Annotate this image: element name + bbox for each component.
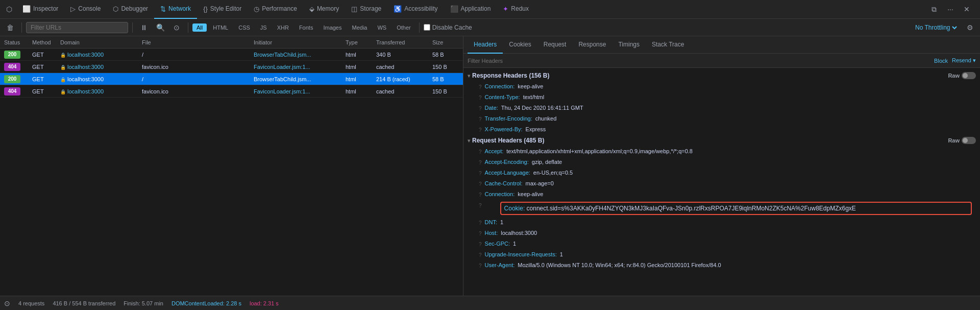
filter-other[interactable]: Other bbox=[393, 23, 415, 32]
tab-style-editor[interactable]: {} Style Editor bbox=[197, 0, 248, 19]
transferred-cell: cached bbox=[374, 64, 430, 70]
header-name: Accept-Language: bbox=[485, 169, 530, 177]
network-toolbar: 🗑 ⏸ 🔍 ⊙ All HTML CSS JS XHR Fonts Images… bbox=[0, 19, 980, 36]
application-icon: ⬛ bbox=[450, 5, 458, 13]
table-row[interactable]: 200 GET 🔒 localhost:3000 / BrowserTabChi… bbox=[0, 49, 463, 61]
tab-redux[interactable]: ✦ Redux bbox=[497, 0, 535, 19]
help-icon[interactable]: ? bbox=[479, 219, 482, 227]
filter-headers-input[interactable] bbox=[468, 58, 934, 64]
tab-memory[interactable]: ⬙ Memory bbox=[303, 0, 345, 19]
tab-request[interactable]: Request bbox=[537, 36, 573, 54]
table-header: Status Method Domain File Initiator Type… bbox=[0, 36, 463, 49]
col-size[interactable]: Size bbox=[430, 39, 461, 45]
help-icon[interactable]: ? bbox=[479, 170, 482, 177]
dom-content-loaded: DOMContentLoaded: 2.28 s bbox=[172, 300, 241, 306]
tab-network[interactable]: ⇅ Network bbox=[154, 0, 197, 19]
response-raw-toggle[interactable] bbox=[962, 72, 976, 79]
disable-cache-label[interactable]: Disable Cache bbox=[424, 24, 472, 31]
clear-requests-icon[interactable]: 🗑 bbox=[3, 20, 17, 35]
lock-icon: 🔒 bbox=[60, 89, 66, 94]
tab-response[interactable]: Response bbox=[572, 36, 612, 54]
main-content: Status Method Domain File Initiator Type… bbox=[0, 36, 980, 296]
tab-timings[interactable]: Timings bbox=[612, 36, 646, 54]
col-transferred[interactable]: Transferred bbox=[374, 39, 430, 45]
filter-css[interactable]: CSS bbox=[234, 23, 254, 32]
help-icon[interactable]: ? bbox=[479, 115, 482, 123]
col-domain[interactable]: Domain bbox=[58, 39, 140, 45]
block-button[interactable]: Block bbox=[934, 58, 948, 64]
help-icon[interactable]: ? bbox=[479, 262, 482, 270]
tab-network-label: Network bbox=[168, 5, 191, 12]
domain-cell: 🔒 localhost:3000 bbox=[58, 52, 140, 58]
help-icon[interactable]: ? bbox=[479, 203, 482, 208]
table-row[interactable]: 404 GET 🔒 localhost:3000 favicon.ico Fav… bbox=[0, 61, 463, 73]
header-name: Accept-Encoding: bbox=[485, 158, 529, 166]
tab-headers[interactable]: Headers bbox=[468, 36, 503, 54]
tab-accessibility[interactable]: ♿ Accessibility bbox=[387, 0, 444, 19]
right-tabs: Headers Cookies Request Response Timings… bbox=[463, 36, 980, 54]
help-icon[interactable]: ? bbox=[479, 251, 482, 259]
filter-media[interactable]: Media bbox=[348, 23, 371, 32]
filter-ws[interactable]: WS bbox=[373, 23, 390, 32]
help-icon[interactable]: ? bbox=[479, 230, 482, 237]
search-icon[interactable]: 🔍 bbox=[153, 20, 167, 35]
help-icon[interactable]: ? bbox=[479, 94, 482, 102]
settings-icon[interactable]: ⚙ bbox=[963, 20, 977, 35]
table-row[interactable]: 404 GET 🔒 localhost:3000 favicon.ico Fav… bbox=[0, 85, 463, 98]
help-icon[interactable]: ? bbox=[479, 159, 482, 166]
header-value: en-US,en;q=0.5 bbox=[533, 169, 573, 177]
filter-headers-bar: Block Resend ▾ bbox=[463, 54, 980, 68]
devtools-icon[interactable]: ⬡ bbox=[2, 2, 16, 16]
filter-fonts[interactable]: Fonts bbox=[295, 23, 317, 32]
disable-cache-checkbox[interactable] bbox=[424, 24, 430, 31]
request-headers-section[interactable]: ▾ Request Headers (485 B) Raw bbox=[463, 135, 980, 146]
method-cell: GET bbox=[30, 52, 58, 58]
raw-label: Raw bbox=[948, 137, 960, 144]
close-devtools-icon[interactable]: ✕ bbox=[960, 2, 974, 16]
pause-icon[interactable]: ⏸ bbox=[137, 20, 151, 35]
throttle-select[interactable]: No Throttling Fast 3G Slow 3G Offline bbox=[913, 23, 959, 32]
filter-images[interactable]: Images bbox=[319, 23, 346, 32]
tab-stack-trace[interactable]: Stack Trace bbox=[646, 36, 690, 54]
tab-debugger-label: Debugger bbox=[121, 5, 148, 12]
header-name: User-Agent: bbox=[485, 261, 515, 270]
tab-inspector[interactable]: ⬜ Inspector bbox=[16, 0, 64, 19]
filter-icon[interactable]: ⊙ bbox=[169, 20, 184, 35]
method-cell: GET bbox=[30, 76, 58, 82]
filter-js[interactable]: JS bbox=[256, 23, 271, 32]
req-header-user-agent: ? User-Agent: Mozilla/5.0 (Windows NT 10… bbox=[463, 260, 980, 271]
help-icon[interactable]: ? bbox=[479, 83, 482, 91]
toolbar-right: No Throttling Fast 3G Slow 3G Offline ⚙ bbox=[913, 20, 977, 35]
size-cell: 58 B bbox=[430, 76, 461, 82]
restore-window-icon[interactable]: ⧉ bbox=[927, 2, 941, 16]
col-file[interactable]: File bbox=[140, 39, 252, 45]
col-method[interactable]: Method bbox=[30, 39, 58, 45]
tab-application[interactable]: ⬛ Application bbox=[444, 0, 497, 19]
filter-xhr[interactable]: XHR bbox=[273, 23, 293, 32]
filter-html[interactable]: HTML bbox=[209, 23, 232, 32]
response-headers-section[interactable]: ▾ Response Headers (156 B) Raw bbox=[463, 70, 980, 81]
col-type[interactable]: Type bbox=[344, 39, 374, 45]
help-icon[interactable]: ? bbox=[479, 126, 482, 134]
help-icon[interactable]: ? bbox=[479, 241, 482, 248]
more-options-icon[interactable]: ··· bbox=[943, 2, 958, 16]
header-name: X-Powered-By: bbox=[485, 125, 523, 134]
col-initiator[interactable]: Initiator bbox=[252, 39, 344, 45]
request-raw-toggle[interactable] bbox=[962, 137, 976, 144]
help-icon[interactable]: ? bbox=[479, 180, 482, 188]
tab-performance[interactable]: ◷ Performance bbox=[248, 0, 303, 19]
resend-button[interactable]: Resend ▾ bbox=[952, 57, 976, 64]
help-icon[interactable]: ? bbox=[479, 191, 482, 199]
inspector-icon: ⬜ bbox=[22, 5, 31, 13]
table-row[interactable]: 200 GET 🔒 localhost:3000 / BrowserTabChi… bbox=[0, 73, 463, 85]
tab-storage[interactable]: ◫ Storage bbox=[345, 0, 387, 19]
tab-console[interactable]: ▷ Console bbox=[64, 0, 107, 19]
filter-urls-input[interactable] bbox=[26, 22, 128, 33]
help-icon[interactable]: ? bbox=[479, 148, 482, 156]
help-icon[interactable]: ? bbox=[479, 105, 482, 112]
tab-debugger[interactable]: ⬡ Debugger bbox=[107, 0, 154, 19]
size-cell: 150 B bbox=[430, 64, 461, 70]
col-status[interactable]: Status bbox=[2, 39, 30, 45]
tab-cookies[interactable]: Cookies bbox=[503, 36, 537, 54]
filter-all[interactable]: All bbox=[192, 23, 207, 32]
